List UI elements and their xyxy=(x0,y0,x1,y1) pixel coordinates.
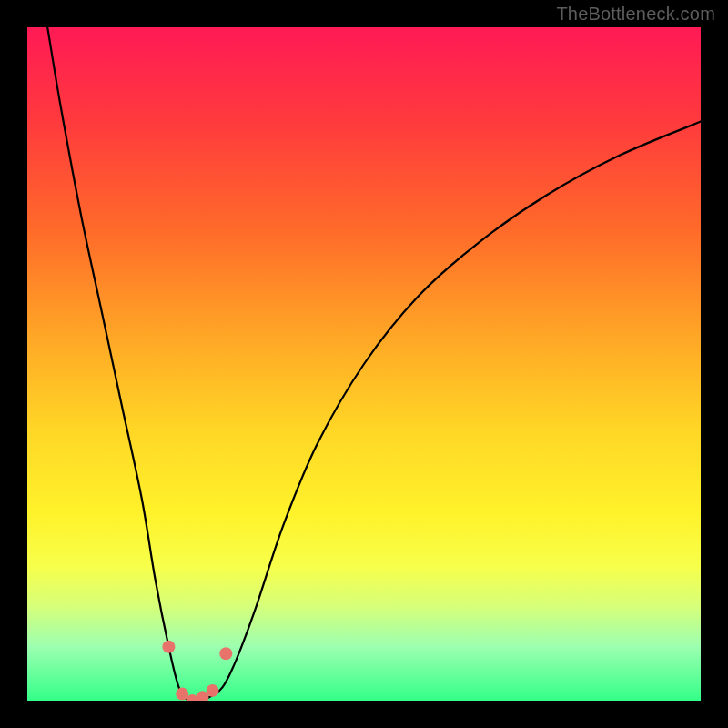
chart-frame: TheBottleneck.com xyxy=(0,0,728,728)
bottleneck-curve-path xyxy=(47,27,701,701)
data-marker xyxy=(219,647,232,660)
chart-svg xyxy=(27,27,701,701)
watermark-text: TheBottleneck.com xyxy=(556,4,715,25)
data-marker xyxy=(162,641,175,653)
data-marker xyxy=(207,684,219,697)
marker-group xyxy=(162,641,232,701)
plot-area xyxy=(27,27,701,701)
